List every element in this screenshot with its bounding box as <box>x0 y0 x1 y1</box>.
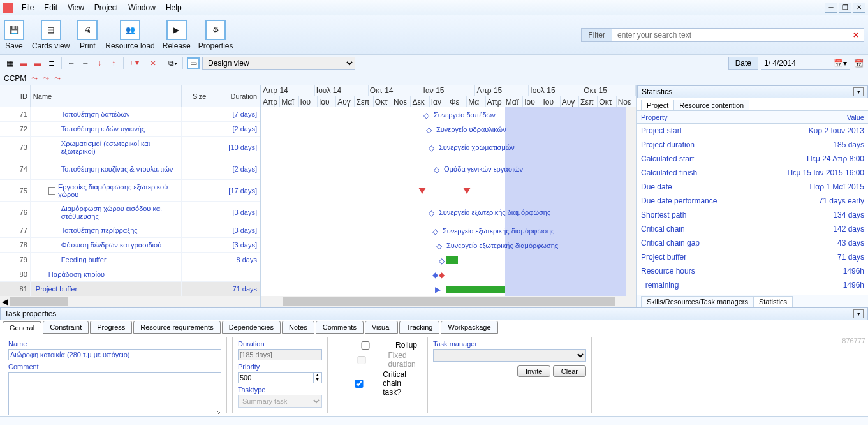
split-icon[interactable]: ⧉▾ <box>167 57 179 69</box>
gantt-hscroll[interactable] <box>261 296 636 307</box>
table-row[interactable]: 72 Τοποθέτηση ειδών υγιεινής [2 days] <box>0 122 260 137</box>
tab-skills-resources[interactable]: Skills/Resources/Task managers <box>641 296 754 307</box>
menu-file[interactable]: File <box>17 2 39 13</box>
menu-view[interactable]: View <box>63 2 89 13</box>
ccpm-icon3[interactable]: ⤳ <box>54 74 61 83</box>
arrow-left-icon[interactable]: ← <box>66 57 77 69</box>
menu-edit[interactable]: Edit <box>39 2 63 13</box>
priority-up[interactable]: ▲ <box>314 373 321 377</box>
tab-statistics[interactable]: Statistics <box>753 296 793 307</box>
print-button[interactable]: 🖨Print <box>77 20 98 50</box>
tab-general[interactable]: General <box>3 321 41 334</box>
col-size[interactable]: Size <box>182 85 210 107</box>
task-outline-icon[interactable]: ≣ <box>46 57 57 69</box>
tab-comments[interactable]: Comments <box>316 321 364 334</box>
name-input[interactable] <box>8 349 221 360</box>
table-row[interactable]: 77 Τοποθέτηση περίφραξης [3 days] <box>0 223 260 238</box>
tprops-pin-icon[interactable]: ▾ <box>853 309 864 318</box>
view-select[interactable]: Design view <box>202 57 355 70</box>
col-value: Value <box>753 111 868 123</box>
minimize-button[interactable]: ─ <box>825 3 837 13</box>
gantt-vscroll[interactable] <box>626 107 636 296</box>
tab-visual[interactable]: Visual <box>365 321 398 334</box>
gantt-body[interactable]: ◇Συνεργείο δαπέδων◇Συνεργείο υδραυλικών◇… <box>261 107 636 296</box>
table-row[interactable]: 78 Φύτευση δένδρων και γρασιδιού [3 days… <box>0 238 260 253</box>
tab-project[interactable]: Project <box>641 100 674 110</box>
pin-icon[interactable]: ▾ <box>853 87 864 96</box>
task-add-icon[interactable]: ▦ <box>4 57 15 69</box>
tab-notes[interactable]: Notes <box>282 321 314 334</box>
ccpm-icon1[interactable]: ⤳ <box>31 74 38 83</box>
calendar-icon[interactable]: 📅▾ <box>834 59 847 68</box>
maximize-button[interactable]: ❐ <box>839 3 851 13</box>
tab-resource-contention[interactable]: Resource contention <box>673 100 749 110</box>
priority-down[interactable]: ▼ <box>314 377 321 381</box>
menu-window[interactable]: Window <box>123 2 161 13</box>
duration-input <box>238 349 322 360</box>
cards-view-button[interactable]: ▤Cards view <box>32 20 70 50</box>
table-row[interactable]: 79 Feeding buffer 8 days <box>0 253 260 267</box>
menu-bar: File Edit View Project Window Help ─ ❐ ✕ <box>0 0 868 15</box>
table-row[interactable]: 73 Χρωματισμοί (εσωτερικοί και εξωτερικο… <box>0 137 260 158</box>
table-row[interactable]: 76 Διαμόρφωση χώρου εισόδου και στάθμευσ… <box>0 202 260 223</box>
tab-resource-requirements[interactable]: Resource requirements <box>133 321 220 334</box>
invite-button[interactable]: Invite <box>517 365 550 377</box>
properties-button[interactable]: ⚙Properties <box>198 20 233 50</box>
tasktype-label: Tasktype <box>238 386 322 394</box>
stats-title: Statistics▾ <box>637 85 868 98</box>
col-duration[interactable]: Duration <box>209 85 260 107</box>
view-toggle-icon[interactable]: ▭ <box>187 57 200 69</box>
release-button[interactable]: ▶Release <box>163 20 191 50</box>
arrow-down-icon[interactable]: ↓ <box>94 57 105 69</box>
ccpm-icon2[interactable]: ⤳ <box>43 74 49 83</box>
task-properties-body: Name Comment Duration Priority ▲▼ Taskty… <box>0 334 868 416</box>
col-id[interactable]: ID <box>11 85 31 107</box>
date-input[interactable]: 1/ 4/2014📅▾ <box>761 57 850 70</box>
critical-chain-checkbox[interactable] <box>338 380 380 388</box>
arrow-up-icon[interactable]: ↑ <box>108 57 119 69</box>
tab-workpackage[interactable]: Workpackage <box>441 321 497 334</box>
resource-load-button[interactable]: 👥Resource load <box>105 20 154 50</box>
resource-load-icon: 👥 <box>120 20 140 40</box>
stats-row: Project buffer71 days <box>637 250 868 264</box>
priority-input[interactable] <box>238 372 313 383</box>
menu-project[interactable]: Project <box>89 2 123 13</box>
task-properties-tabs: GeneralConstraintProgressResource requir… <box>0 320 868 334</box>
tab-constraint[interactable]: Constraint <box>43 321 89 334</box>
tab-progress[interactable]: Progress <box>90 321 132 334</box>
table-row[interactable]: 74 Τοποθέτηση κουζίνας & ντουλαπιών [2 d… <box>0 158 260 180</box>
menu-help[interactable]: Help <box>161 2 187 13</box>
filter-input[interactable] <box>612 29 848 41</box>
arrow-right-icon[interactable]: → <box>80 57 91 69</box>
clear-button[interactable]: Clear <box>553 365 586 377</box>
add-icon[interactable]: ＋▾ <box>128 57 139 69</box>
tab-tracking[interactable]: Tracking <box>399 321 440 334</box>
grid-hscroll[interactable]: ◀ <box>0 296 260 307</box>
stats-row: Critical chain gap43 days <box>637 236 868 250</box>
now-icon[interactable]: 📆 <box>853 57 864 69</box>
stats-row: Shortest path134 days <box>637 208 868 222</box>
stats-row: Due dateΠαρ 1 Μαϊ 2015 <box>637 180 868 194</box>
tab-dependencies[interactable]: Dependencies <box>222 321 281 334</box>
delete-icon[interactable]: ✕ <box>147 57 159 69</box>
ccpm-label: CCPM <box>4 74 26 83</box>
gantt-header: Απρ 14Ιουλ 14Οκτ 14Ιαν 15Απρ 15Ιουλ 15Οκ… <box>261 85 636 107</box>
close-button[interactable]: ✕ <box>853 3 865 13</box>
release-icon: ▶ <box>166 20 187 40</box>
filter-clear-button[interactable]: ✕ <box>848 31 864 40</box>
save-button[interactable]: 💾Save <box>4 20 24 50</box>
rollup-checkbox[interactable] <box>338 341 393 350</box>
statistics-panel: Statistics▾ Project Resource contention … <box>636 85 868 307</box>
comment-input[interactable] <box>8 372 221 415</box>
table-row[interactable]: 81 Project buffer 71 days <box>0 282 260 296</box>
taskmanager-select[interactable] <box>433 349 586 362</box>
stats-row: Resource hours1496h <box>637 264 868 278</box>
task-properties-title: Task properties▾ <box>0 307 868 320</box>
table-row[interactable]: 80 Παράδοση κτιρίου <box>0 267 260 282</box>
task-add3-icon[interactable]: ▬ <box>32 57 43 69</box>
table-row[interactable]: 75 -Εργασίες διαμόρφωσης εξωτερικού χώρο… <box>0 180 260 202</box>
table-row[interactable]: 71 Τοποθέτηση δαπέδων [7 days] <box>0 107 260 122</box>
col-name[interactable]: Name <box>31 85 182 107</box>
task-grid: ID Name Size Duration 71 Τοποθέτηση δαπέ… <box>0 85 261 307</box>
task-add2-icon[interactable]: ▬ <box>18 57 29 69</box>
